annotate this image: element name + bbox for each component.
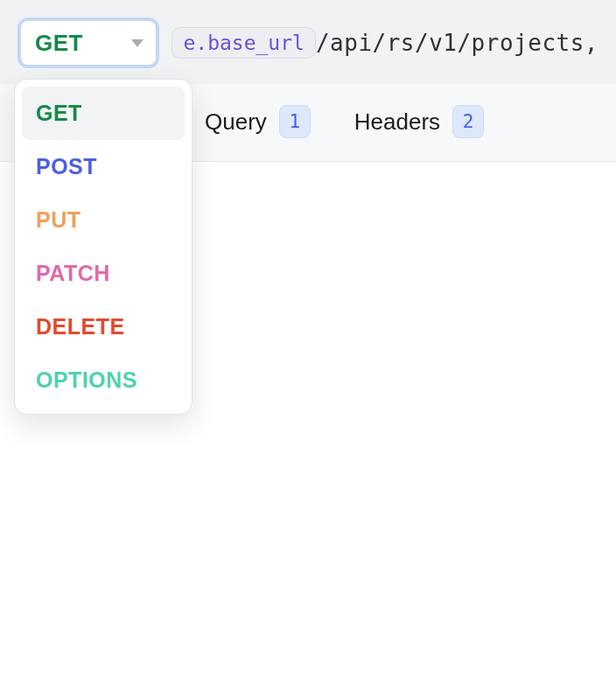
tab-query-count: 1 [279,105,311,138]
tab-headers[interactable]: Headers 2 [354,105,484,138]
method-option-options[interactable]: OPTIONS [22,354,185,407]
tab-headers-count: 2 [452,105,484,138]
method-option-put[interactable]: PUT [22,193,185,247]
method-option-delete[interactable]: DELETE [22,300,185,354]
http-method-select[interactable]: GET [18,18,159,68]
tab-query-label: Query [205,108,267,136]
method-option-post[interactable]: POST [22,140,185,193]
url-input[interactable]: e.base_url /api/rs/v1/projects, [172,27,598,59]
request-bar: GET e.base_url /api/rs/v1/projects, GETP… [0,0,616,84]
method-option-get[interactable]: GET [22,87,185,140]
http-method-selected: GET [35,30,83,57]
url-variable-chip[interactable]: e.base_url [172,27,315,59]
method-option-patch[interactable]: PATCH [22,247,185,300]
tab-query[interactable]: Query 1 [205,105,311,138]
tab-headers-label: Headers [354,108,440,136]
http-method-dropdown: GETPOSTPUTPATCHDELETEOPTIONS [14,79,192,415]
url-path-text: /api/rs/v1/projects, [316,30,598,56]
chevron-down-icon [131,39,144,47]
